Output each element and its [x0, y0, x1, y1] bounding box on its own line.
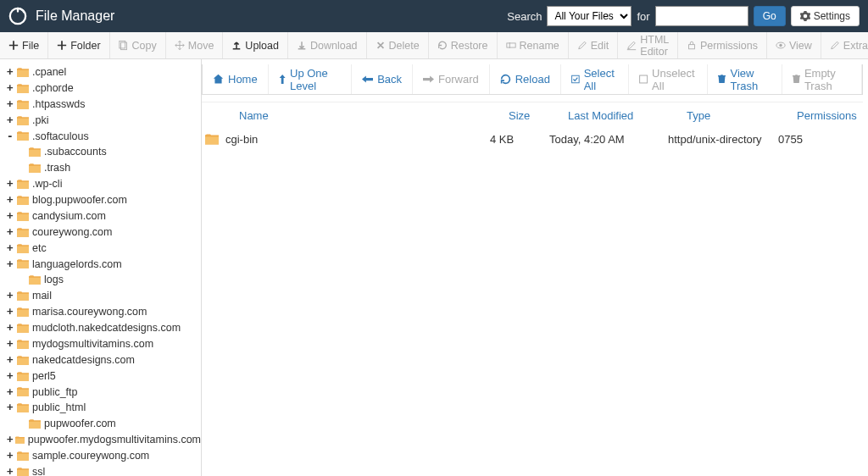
tree-toggle[interactable]: + — [7, 113, 15, 128]
table-row[interactable]: cgi-bin4 KBToday, 4:20 AMhttpd/unix-dire… — [202, 129, 863, 150]
tree-item[interactable]: +.wp-cli — [7, 176, 201, 192]
tree-item[interactable]: +mudcloth.nakedcatdesigns.com — [7, 320, 201, 336]
reload-button[interactable]: Reload — [490, 64, 561, 94]
tree-item[interactable]: +ssl — [7, 464, 201, 476]
tree-toggle[interactable]: + — [7, 449, 15, 463]
forward-button[interactable]: Forward — [413, 64, 490, 94]
extract-button[interactable]: Extract — [821, 32, 868, 58]
tree-item[interactable]: +nakedcatdesigns.com — [7, 352, 201, 368]
tree-toggle[interactable]: + — [7, 353, 15, 368]
tree-item[interactable]: +languagelords.com — [7, 257, 201, 273]
html-editor-button[interactable]: HTML Editor — [618, 32, 678, 58]
tree-label: marisa.coureywong.com — [32, 305, 147, 319]
tree-item[interactable]: +.cphorde — [7, 80, 201, 97]
folder-icon — [17, 180, 29, 189]
action-bar: Home Up One Level Back Forward Reload Se… — [202, 64, 863, 95]
tree-toggle[interactable]: + — [7, 65, 15, 80]
tree-toggle[interactable]: - — [7, 130, 15, 144]
tree-label: .cphorde — [32, 81, 74, 96]
permissions-button[interactable]: Permissions — [678, 32, 767, 58]
tree-item[interactable]: pupwoofer.com — [7, 416, 201, 432]
tree-toggle[interactable]: + — [7, 401, 15, 415]
tree-toggle[interactable]: + — [7, 209, 15, 224]
rename-button[interactable]: Rename — [498, 32, 569, 58]
tree-toggle[interactable]: + — [7, 97, 15, 112]
tree-item[interactable]: +marisa.coureywong.com — [7, 304, 201, 320]
empty-trash-label: Empty Trash — [804, 67, 851, 92]
tree-label: candysium.com — [32, 209, 106, 224]
select-all-label: Select All — [584, 67, 618, 92]
search-scope-select[interactable]: All Your Files — [547, 6, 632, 26]
col-type[interactable]: Type — [687, 109, 797, 122]
tree-toggle[interactable]: + — [7, 385, 15, 400]
tree-toggle[interactable]: + — [7, 289, 15, 303]
tree-item[interactable]: +public_ftp — [7, 385, 201, 401]
folder-icon — [29, 147, 41, 157]
view-trash-button[interactable]: View Trash — [708, 64, 782, 94]
file-button[interactable]: File — [0, 32, 48, 58]
tree-item[interactable]: +perl5 — [7, 368, 201, 385]
tree-item[interactable]: +blog.pupwoofer.com — [7, 192, 201, 208]
go-button[interactable]: Go — [754, 6, 786, 26]
tree-label: pupwoofer.com — [44, 417, 116, 431]
col-name[interactable]: Name — [220, 109, 509, 122]
tree-item[interactable]: -.softaculous — [7, 129, 201, 145]
tree-toggle[interactable]: + — [7, 241, 15, 256]
tree-toggle[interactable]: + — [7, 465, 15, 476]
copy-button[interactable]: Copy — [110, 32, 166, 58]
delete-button[interactable]: Delete — [367, 32, 429, 58]
tree-label: .pki — [32, 113, 48, 128]
tree-toggle[interactable]: + — [7, 257, 15, 272]
select-all-button[interactable]: Select All — [561, 64, 629, 94]
tree-item[interactable]: .trash — [7, 160, 201, 176]
tree-toggle[interactable]: + — [7, 193, 15, 208]
folder-icon — [17, 291, 29, 301]
tree-item[interactable]: +.pki — [7, 113, 201, 129]
file-name: cgi-bin — [225, 133, 258, 146]
col-permissions[interactable]: Permissions — [797, 109, 858, 122]
empty-trash-button[interactable]: Empty Trash — [782, 64, 862, 94]
tree-item[interactable]: +etc — [7, 241, 201, 257]
tree-toggle[interactable]: + — [7, 81, 15, 96]
search-input[interactable] — [655, 6, 748, 26]
reload-icon — [500, 74, 511, 85]
move-button[interactable]: Move — [166, 32, 224, 58]
tree-item[interactable]: logs — [7, 272, 201, 288]
upload-button[interactable]: Upload — [223, 32, 288, 58]
for-label: for — [637, 10, 649, 23]
svg-rect-8 — [640, 75, 648, 83]
tree-toggle[interactable]: + — [7, 433, 14, 447]
tree-toggle[interactable]: + — [7, 305, 15, 319]
search-label: Search — [507, 10, 542, 23]
tree-item[interactable]: +mail — [7, 288, 201, 304]
tree-item[interactable]: +candysium.com — [7, 208, 201, 224]
tree-item[interactable]: +coureywong.com — [7, 224, 201, 241]
tree-item[interactable]: +.cpanel — [7, 64, 201, 80]
unselect-all-button[interactable]: Unselect All — [629, 64, 709, 94]
tree-toggle[interactable]: + — [7, 177, 15, 191]
download-button[interactable]: Download — [288, 32, 367, 58]
edit-button[interactable]: Edit — [569, 32, 619, 58]
view-button[interactable]: View — [767, 32, 821, 58]
tree-toggle[interactable]: + — [7, 225, 15, 240]
tree-toggle[interactable]: + — [7, 337, 15, 351]
tree-item[interactable]: +public_html — [7, 400, 201, 416]
tree-item[interactable]: +.htpasswds — [7, 97, 201, 113]
tree-label: languagelords.com — [32, 257, 122, 272]
home-button[interactable]: Home — [203, 64, 269, 94]
col-size[interactable]: Size — [509, 109, 568, 122]
tree-toggle[interactable]: + — [7, 369, 15, 384]
tree-item[interactable]: +pupwoofer.mydogsmultivitamins.com — [7, 432, 201, 448]
tree-toggle[interactable]: + — [7, 321, 15, 335]
svg-rect-2 — [119, 41, 125, 48]
col-modified[interactable]: Last Modified — [568, 109, 687, 122]
back-button[interactable]: Back — [352, 64, 413, 94]
tree-item[interactable]: +sample.coureywong.com — [7, 448, 201, 464]
tree-item[interactable]: .subaccounts — [7, 144, 201, 160]
up-one-level-button[interactable]: Up One Level — [269, 64, 352, 94]
tree-item[interactable]: +mydogsmultivitamins.com — [7, 336, 201, 352]
restore-button[interactable]: Restore — [429, 32, 498, 58]
up-label: Up One Level — [290, 67, 341, 92]
folder-button[interactable]: Folder — [48, 32, 109, 58]
settings-button[interactable]: Settings — [791, 6, 860, 26]
